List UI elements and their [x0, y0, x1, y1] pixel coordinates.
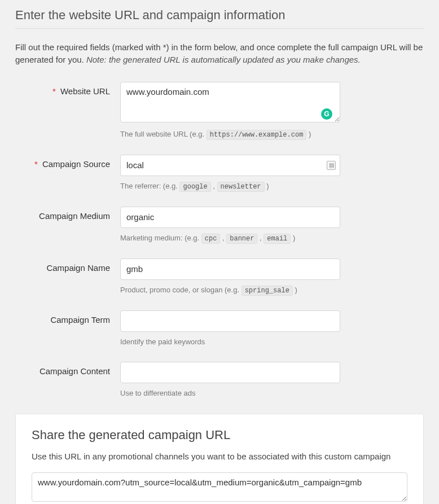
help-campaign-source: The referrer: (e.g. google , newsletter … — [120, 181, 424, 192]
code-google: google — [179, 182, 210, 192]
required-asterisk: * — [52, 86, 56, 96]
campaign-name-input[interactable] — [120, 258, 340, 280]
label-campaign-medium: Campaign Medium — [15, 207, 120, 221]
code-example-url: https://www.example.com — [207, 130, 307, 140]
campaign-content-input[interactable] — [120, 362, 340, 383]
generated-url-output[interactable]: www.yourdomain.com?utm_source=local&utm_… — [32, 472, 407, 502]
row-campaign-medium: Campaign Medium Marketing medium: (e.g. … — [15, 207, 424, 244]
share-title: Share the generated campaign URL — [32, 428, 407, 442]
label-text: Campaign Name — [46, 263, 110, 273]
help-campaign-term: Identify the paid keywords — [120, 336, 424, 348]
help-campaign-name: Product, promo code, or slogan (e.g. spr… — [120, 284, 424, 296]
label-text: Website URL — [60, 86, 110, 96]
label-text: Campaign Medium — [39, 211, 110, 221]
row-campaign-content: Campaign Content Use to differentiate ad… — [15, 362, 424, 399]
campaign-source-input[interactable] — [120, 155, 340, 176]
campaign-medium-input[interactable] — [120, 207, 340, 228]
campaign-term-input[interactable] — [120, 310, 340, 332]
row-campaign-source: * Campaign Source ▤ The referrer: (e.g. … — [15, 155, 424, 192]
label-text: Campaign Term — [50, 315, 110, 325]
row-campaign-term: Campaign Term Identify the paid keywords — [15, 310, 424, 348]
label-campaign-source: * Campaign Source — [15, 155, 120, 169]
help-website-url: The full website URL (e.g. https://www.e… — [120, 129, 424, 140]
row-website-url: * Website URL www.yourdomain.com The ful… — [15, 82, 424, 140]
intro-note: Note: the generated URL is automatically… — [86, 55, 361, 64]
row-campaign-name: Campaign Name Product, promo code, or sl… — [15, 258, 424, 296]
code-spring-sale: spring_sale — [242, 286, 293, 296]
help-campaign-medium: Marketing medium: (e.g. cpc , banner , e… — [120, 233, 424, 244]
help-campaign-content: Use to differentiate ads — [120, 388, 424, 399]
grammarly-icon[interactable] — [321, 108, 332, 120]
code-banner: banner — [226, 234, 257, 244]
label-campaign-name: Campaign Name — [15, 258, 120, 273]
label-text: Campaign Content — [39, 366, 110, 376]
share-desc: Use this URL in any promotional channels… — [32, 452, 407, 461]
intro-text: Fill out the required fields (marked wit… — [15, 41, 424, 66]
label-website-url: * Website URL — [15, 82, 120, 96]
share-card: Share the generated campaign URL Use thi… — [15, 414, 424, 505]
label-campaign-term: Campaign Term — [15, 310, 120, 325]
autofill-icon[interactable]: ▤ — [327, 161, 336, 170]
label-text: Campaign Source — [42, 159, 110, 169]
label-campaign-content: Campaign Content — [15, 362, 120, 376]
website-url-input[interactable]: www.yourdomain.com — [120, 82, 340, 122]
code-newsletter: newsletter — [217, 182, 265, 192]
page-title: Enter the website URL and campaign infor… — [15, 8, 424, 29]
code-email: email — [264, 234, 291, 244]
code-cpc: cpc — [201, 234, 221, 244]
required-asterisk: * — [34, 159, 38, 169]
